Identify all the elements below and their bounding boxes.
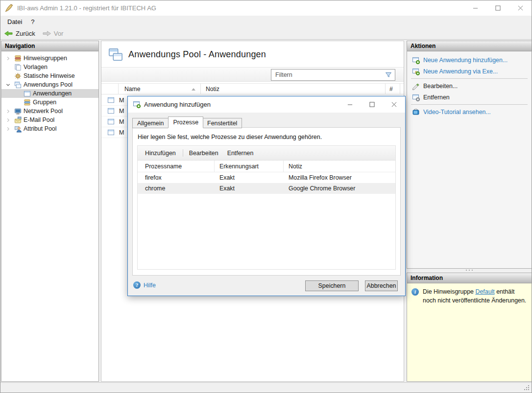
maximize-button[interactable] [486,0,509,16]
process-row-chrome[interactable]: chrome Exakt Google Chrome Browser [138,183,395,194]
email-pool-icon [14,116,22,124]
process-row-firefox[interactable]: firefox Exakt Mozilla Firefox Browser [138,172,395,183]
processes-group: Hinzufügen Bearbeiten Entfernen Prozessn… [137,145,396,270]
action-edit[interactable]: Bearbeiten... [407,80,532,92]
chevron-down-icon[interactable] [5,82,11,88]
menu-help[interactable]: ? [26,18,39,25]
network-pool-icon [14,108,22,115]
application-icon [107,118,115,125]
application-icon [107,129,115,136]
action-new-application[interactable]: Neue Anwendung hinzufügen... [407,54,532,66]
information-panel: Information i Die Hinweisgruppe Default … [407,273,532,382]
dialog-close-button[interactable] [383,96,405,113]
processes-description: Hier legen Sie fest, welche Prozesse zu … [138,134,322,140]
default-group-link[interactable]: Default [475,288,494,295]
nav-item-gruppen[interactable]: Gruppen [1,98,98,107]
remove-icon [412,93,420,101]
menu-datei[interactable]: Datei [3,18,26,25]
navigation-header: Navigation [1,41,98,51]
application-icon [107,96,115,104]
column-erkennungsart[interactable]: Erkennungsart [215,161,284,172]
nav-item-attribut-pool[interactable]: Attribut Pool [1,124,98,133]
dialog-tab-content: Hier legen Sie fest, welche Prozesse zu … [132,127,401,276]
dialog-tabs: Allgemein Prozesse Fenstertitel [132,116,242,128]
new-application-icon [412,56,420,64]
dialog-title: Anwendung hinzufügen [144,101,211,108]
process-table-header: Prozessname Erkennungsart Notiz [138,161,395,172]
process-remove-button[interactable]: Entfernen [226,150,255,157]
nav-item-netzwerk-pool[interactable]: Netzwerk Pool [1,107,98,116]
help-link[interactable]: ? Hilfe [133,281,156,289]
panel-splitter[interactable] [407,268,532,272]
dialog-maximize-button[interactable] [361,96,383,113]
new-application-icon [133,100,141,108]
forward-arrow-icon [42,30,51,37]
dialog-footer: ? Hilfe Speichern Abbrechen [128,276,405,296]
nav-toolbar: Zurück Vor [0,27,532,40]
info-message: Die Hinweisgruppe [423,288,475,295]
separator [411,78,528,79]
application-icon [24,90,31,97]
nav-item-anwendungen[interactable]: Anwendungen [1,89,98,98]
nav-item-vorlagen[interactable]: Vorlagen [1,63,98,71]
action-video-tutorial[interactable]: Video-Tutorial ansehen... [407,106,532,117]
filter-box [271,69,395,81]
column-count[interactable]: # [386,84,400,94]
filter-funnel-icon[interactable] [385,71,392,79]
minimize-button[interactable] [464,0,486,16]
actions-panel: Aktionen Neue Anwendung hinzufügen... Ne… [407,41,532,269]
tab-fenstertitel[interactable]: Fenstertitel [203,118,242,128]
application-pool-icon [14,81,22,89]
processes-toolbar: Hinzufügen Bearbeiten Entfernen [138,146,395,161]
process-add-button[interactable]: Hinzufügen [144,150,177,157]
information-body: i Die Hinweisgruppe Default enthält noch… [407,283,532,381]
applications-table-header: Name Notiz # [101,83,404,94]
back-button[interactable]: Zurück [0,28,39,39]
column-notiz[interactable]: Notiz [201,84,386,94]
nav-item-statische-hinweise[interactable]: Statische Hinweise [1,71,98,80]
column-name[interactable]: Name [119,84,201,94]
sort-asc-icon [192,88,195,91]
process-edit-button[interactable]: Bearbeiten [188,150,219,157]
application-icon [107,107,115,115]
separator [183,149,183,157]
chevron-right-icon[interactable] [5,126,11,132]
tab-prozesse[interactable]: Prozesse [168,116,203,128]
filter-bar [101,67,404,82]
menubar: Datei ? [0,16,532,27]
help-icon: ? [133,281,141,289]
chevron-right-icon[interactable] [5,56,11,61]
chevron-right-icon[interactable] [5,109,11,114]
dialog-minimize-button[interactable] [339,96,361,113]
nav-item-hinweisgruppen[interactable]: Hinweisgruppen [1,54,98,63]
navigation-panel: Navigation Hinweisgruppen Vorlagen Stati… [1,41,99,382]
resize-grip[interactable] [528,389,529,390]
action-new-application-exe[interactable]: Neue Anwendung via Exe... [407,66,532,77]
process-table-empty-area [138,194,395,269]
back-arrow-icon [4,30,13,37]
app-logo-icon [5,4,13,12]
save-button[interactable]: Speichern [305,280,359,291]
titlebar: IBI-aws Admin 1.21.0 - registriert für I… [0,0,532,16]
column-notiz[interactable]: Notiz [284,161,395,172]
page-header: Anwendungs Pool - Anwendungen [101,41,404,67]
app-window: IBI-aws Admin 1.21.0 - registriert für I… [0,0,532,393]
information-header: Information [407,273,532,283]
chevron-right-icon[interactable] [5,117,11,123]
navigation-tree: Hinweisgruppen Vorlagen Statische Hinwei… [1,51,98,133]
close-button[interactable] [509,0,532,16]
application-pool-large-icon [108,47,123,62]
groups-icon [24,99,31,106]
notice-groups-icon [14,55,22,62]
column-prozessname[interactable]: Prozessname [138,161,215,172]
filter-input[interactable] [271,69,395,81]
tab-allgemein[interactable]: Allgemein [132,118,169,128]
nav-item-anwendungs-pool[interactable]: Anwendungs Pool [1,80,98,89]
cancel-button[interactable]: Abbrechen [365,280,398,291]
templates-icon [14,64,22,71]
nav-item-email-pool[interactable]: E-Mail Pool [1,116,98,124]
edit-icon [412,82,420,90]
static-notices-icon [14,72,22,80]
action-remove[interactable]: Entfernen [407,92,532,103]
forward-button[interactable]: Vor [39,28,67,39]
